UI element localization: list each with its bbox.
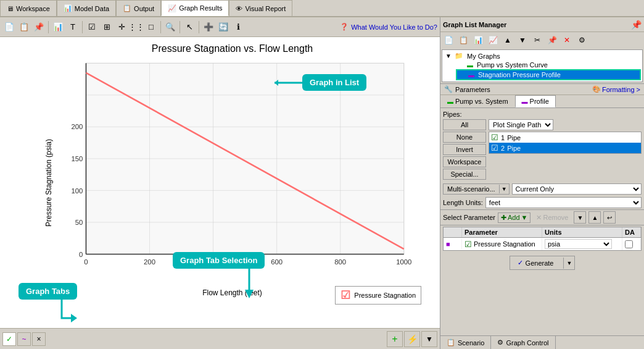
remove-param-btn[interactable]: ✕ Remove (533, 212, 571, 223)
table-btn[interactable]: 📊 (51, 20, 65, 34)
square-btn[interactable]: □ (144, 20, 158, 34)
length-units-select[interactable]: feet (485, 197, 642, 208)
param-td-color: ■ (444, 239, 462, 249)
bottom-tab-check[interactable]: ✓ (2, 332, 16, 346)
special-btn[interactable]: Special... (443, 169, 486, 180)
param-table-header: Parameter Units DA (444, 227, 641, 238)
bottom-tabs-bar: ✓ ~ × + ⚡ ▼ (0, 328, 440, 349)
formatting-link[interactable]: 🎨 Formatting > (592, 85, 640, 93)
lightning-btn[interactable]: ⚡ (404, 331, 420, 347)
all-btn[interactable]: All (443, 119, 486, 130)
glm-up-btn[interactable]: ▲ (501, 33, 514, 47)
sub-tabs: ▬ Pump vs. System ▬ Profile (440, 95, 644, 108)
workspace-btn[interactable]: Workspace (443, 156, 486, 167)
pipe-list-header: Plot Single Path (489, 119, 642, 130)
sub-tab-pump[interactable]: ▬ Pump vs. System (440, 95, 515, 107)
pipe-row-2[interactable]: ☑ 2 Pipe (489, 143, 641, 153)
tree-root[interactable]: ▼ 📁 My Graphs (444, 51, 641, 61)
text-btn[interactable]: T (66, 20, 80, 34)
info-btn[interactable]: ℹ (231, 20, 245, 34)
purple-line-icon: ▬ (468, 72, 474, 78)
add-tab-btn[interactable]: + (387, 331, 403, 347)
cursor-btn[interactable]: ↖ (183, 20, 196, 34)
current-only-select[interactable]: Current Only (512, 183, 642, 195)
glm-paste-btn[interactable]: 📌 (545, 33, 559, 47)
multi-scenario-btn[interactable]: Multi-scenario... ▼ (443, 183, 510, 195)
glm-down-btn[interactable]: ▼ (516, 33, 529, 47)
refresh-btn[interactable]: 🔄 (217, 20, 230, 34)
add-arrow-icon: ▼ (521, 214, 528, 221)
svg-text:600: 600 (271, 258, 283, 266)
help-text[interactable]: ❓ What Would You Like to Do? (340, 23, 437, 31)
graph-legend: ☑ Pressure Stagnation (335, 286, 421, 305)
glm-cut-btn[interactable]: ✂ (530, 33, 544, 47)
dots-btn[interactable]: ⋮⋮ (130, 20, 143, 34)
tree-item-pump[interactable]: ▬ Pump vs System Curve (456, 61, 641, 69)
generate-btn[interactable]: ✓ Generate ▼ (510, 256, 576, 270)
grid-btn[interactable]: ⊞ (100, 20, 114, 34)
invert-btn[interactable]: Invert (443, 144, 486, 155)
pin-icon[interactable]: 📌 (631, 20, 642, 30)
pipe-row-1[interactable]: ☑ 1 Pipe (489, 132, 641, 143)
check-btn[interactable]: ☑ (85, 20, 99, 34)
move-left-btn[interactable]: ↩ (603, 211, 616, 224)
move-up-btn[interactable]: ▲ (588, 211, 601, 224)
glm-chart-btn[interactable]: 📈 (486, 33, 500, 47)
bottom-left-tabs: ✓ ~ × (2, 332, 46, 346)
pipe2-id: 2 (501, 145, 505, 152)
none-btn[interactable]: None (443, 132, 486, 143)
glm-settings-btn[interactable]: ⚙ (575, 33, 588, 47)
tab-visual-report[interactable]: 👁 Visual Report (229, 0, 292, 16)
glm-copy-btn[interactable]: 📋 (456, 33, 470, 47)
tab-model-data[interactable]: 📊 Model Data (57, 0, 116, 16)
graph-list-manager-header: Graph List Manager 📌 (440, 17, 644, 32)
pipe1-label: Pipe (507, 134, 521, 141)
zoom-btn[interactable]: 🔍 (163, 20, 177, 34)
multi-scenario-arrow: ▼ (499, 185, 509, 193)
sub-tab-profile[interactable]: ▬ Profile (515, 95, 556, 107)
glm-table-btn[interactable]: 📊 (471, 33, 485, 47)
svg-text:200: 200 (144, 258, 155, 266)
tree-item-stagnation[interactable]: ▬ Stagnation Pressure Profile (456, 69, 641, 80)
cross-btn[interactable]: ✛ (115, 20, 128, 34)
paste-btn[interactable]: 📌 (32, 20, 46, 34)
copy-btn[interactable]: 📋 (17, 20, 31, 34)
bottom-tab-close[interactable]: × (32, 332, 46, 346)
right-tab-scenario[interactable]: 📋 Scenario (440, 336, 491, 349)
move-down-btn[interactable]: ▼ (574, 211, 586, 224)
tab-workspace[interactable]: 🖥 Workspace (0, 0, 57, 16)
right-panel: Graph List Manager 📌 📄 📋 📊 📈 ▲ ▼ ✂ 📌 ✕ ⚙… (440, 17, 644, 349)
down-btn[interactable]: ▼ (421, 331, 437, 347)
graph-toolbar: 📄 📋 📌 📊 T ☑ ⊞ ✛ ⋮⋮ □ 🔍 ↖ ➕ 🔄 ℹ (0, 17, 440, 37)
length-units-label: Length Units: (443, 199, 483, 206)
glm-title: Graph List Manager (443, 21, 506, 28)
visual-report-icon: 👁 (236, 5, 242, 12)
sep1 (48, 21, 49, 33)
svg-text:100: 100 (71, 187, 83, 195)
bottom-right-buttons: + ⚡ ▼ (387, 331, 437, 347)
param-row-1[interactable]: ■ ☑ Pressure Stagnation psia (444, 238, 641, 250)
glm-toolbar: 📄 📋 📊 📈 ▲ ▼ ✂ 📌 ✕ ⚙ (440, 32, 644, 48)
bottom-tab-wave[interactable]: ~ (17, 332, 31, 346)
generate-dropdown-arrow[interactable]: ▼ (563, 258, 574, 269)
remove-x-icon: ✕ (536, 214, 542, 222)
param-table: Parameter Units DA ■ ☑ Pressure Stagnati… (443, 227, 642, 251)
add-param-btn[interactable]: ✚ Add ▼ (498, 212, 530, 223)
plot-select[interactable]: Plot Single Path (489, 119, 553, 130)
tab-output[interactable]: 📋 Output (116, 0, 161, 16)
tree-item-pump-label: Pump vs System Curve (477, 61, 548, 69)
units-select[interactable]: psia (545, 239, 612, 249)
glm-new-btn[interactable]: 📄 (442, 33, 455, 47)
tree-expand-icon: ▼ (445, 53, 452, 59)
tree-child-pump: ▬ Pump vs System Curve (444, 61, 641, 69)
params-icon: 🔧 (444, 85, 453, 93)
tab-graph-results[interactable]: 📈 Graph Results (161, 0, 229, 16)
add-graph-btn[interactable]: ➕ (202, 20, 215, 34)
right-tab-graph-control[interactable]: ⚙ Graph Control (491, 336, 555, 349)
da-checkbox[interactable] (625, 240, 633, 248)
glm-delete-btn[interactable]: ✕ (560, 33, 574, 47)
th-units: Units (542, 227, 622, 237)
param-td-da (622, 239, 641, 250)
close-tab-icon: × (36, 335, 41, 343)
new-btn[interactable]: 📄 (2, 20, 16, 34)
